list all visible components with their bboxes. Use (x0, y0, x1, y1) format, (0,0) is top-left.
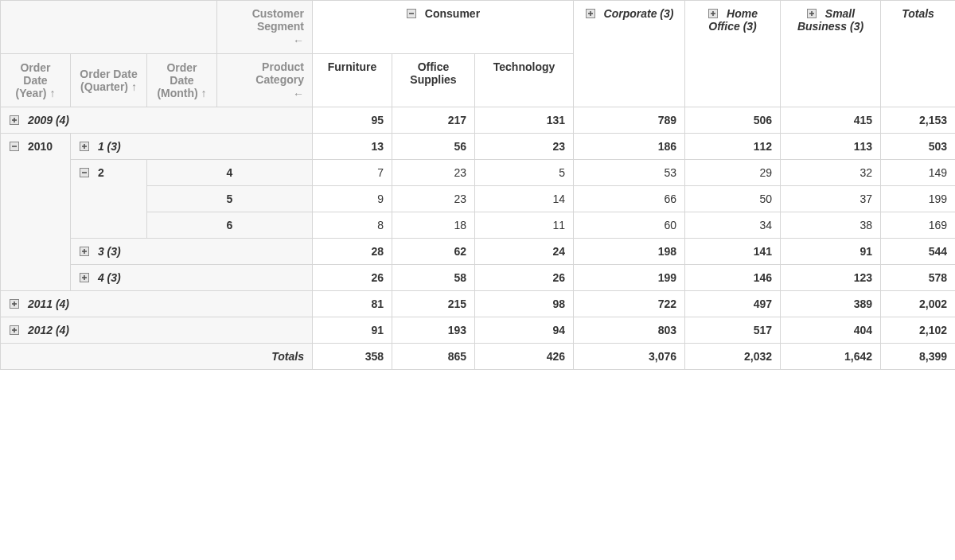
cell: 24 (475, 239, 574, 265)
cell: 578 (881, 265, 955, 291)
cell: 497 (685, 291, 781, 317)
furniture-header[interactable]: Furniture (313, 54, 392, 107)
plus-icon[interactable] (9, 298, 20, 309)
pivot-table: Customer Segment ← Consumer Corporate (3… (0, 0, 955, 370)
home-office-header[interactable]: Home Office (3) (685, 1, 781, 107)
consumer-label: Consumer (425, 7, 480, 20)
plus-icon[interactable] (79, 141, 90, 152)
cell: 29 (685, 160, 781, 186)
small-business-header[interactable]: Small Business (3) (781, 1, 881, 107)
cell: 23 (392, 186, 475, 212)
svg-rect-29 (14, 301, 15, 306)
cell: 506 (685, 107, 781, 134)
cell: 98 (475, 291, 574, 317)
office-supplies-header[interactable]: Office Supplies (392, 54, 475, 107)
quarter-2010-4-cell[interactable]: 4 (3) (71, 265, 313, 291)
cell: 8 (313, 212, 392, 239)
year-2012-cell[interactable]: 2012 (4) (1, 317, 313, 344)
plus-icon[interactable] (585, 8, 596, 19)
cell: 7 (313, 160, 392, 186)
cell: 9 (313, 186, 392, 212)
cell: 3,076 (574, 344, 685, 370)
plus-icon[interactable] (707, 8, 719, 19)
order-date-quarter-header[interactable]: Order Date (Quarter) ↑ (71, 54, 147, 107)
quarter-2010-2-cell[interactable]: 2 (71, 160, 147, 239)
row-2010-q2-m4: 2 4 7 23 5 53 29 32 149 (1, 160, 956, 186)
cell: 56 (392, 134, 475, 160)
corporate-header[interactable]: Corporate (3) (574, 1, 685, 107)
cell: 14 (475, 186, 574, 212)
cell: 865 (392, 344, 475, 370)
row-2011: 2011 (4) 81 215 98 722 497 389 2,002 (1, 291, 956, 317)
cell: 8,399 (881, 344, 955, 370)
month-6-cell[interactable]: 6 (147, 212, 313, 239)
minus-icon[interactable] (79, 167, 90, 178)
cell: 141 (685, 239, 781, 265)
cell: 91 (781, 239, 881, 265)
totals-row-label: Totals (1, 344, 313, 370)
product-category-label: Product Category (255, 60, 304, 86)
cell: 186 (574, 134, 685, 160)
svg-rect-32 (14, 328, 15, 332)
year-2011-cell[interactable]: 2011 (4) (1, 291, 313, 317)
cell: 112 (685, 134, 781, 160)
cell: 5 (475, 160, 574, 186)
cell: 404 (781, 317, 881, 344)
row-2010-q4: 4 (3) 26 58 26 199 146 123 578 (1, 265, 956, 291)
cell: 193 (392, 317, 475, 344)
svg-rect-26 (84, 275, 85, 280)
cell: 389 (781, 291, 881, 317)
cell: 217 (392, 107, 475, 134)
cell: 169 (881, 212, 955, 239)
svg-rect-23 (84, 249, 85, 254)
cell: 198 (574, 239, 685, 265)
minus-icon[interactable] (406, 8, 417, 19)
plus-icon[interactable] (806, 8, 817, 19)
plus-icon[interactable] (79, 246, 90, 257)
order-date-year-header[interactable]: Order Date (Year) ↑ (1, 54, 71, 107)
arrow-left-icon: ← (293, 88, 304, 100)
row-2010-q1: 2010 1 (3) 13 56 23 186 112 113 503 (1, 134, 956, 160)
cell: 26 (475, 265, 574, 291)
cell: 2,153 (881, 107, 955, 134)
quarter-2010-1-cell[interactable]: 1 (3) (71, 134, 313, 160)
month-4-cell[interactable]: 4 (147, 160, 313, 186)
year-2010-cell[interactable]: 2010 (1, 134, 71, 291)
cell: 37 (781, 186, 881, 212)
svg-rect-10 (811, 11, 813, 16)
cell: 426 (475, 344, 574, 370)
totals-col-header: Totals (881, 1, 955, 107)
year-2009-cell[interactable]: 2009 (4) (1, 107, 313, 134)
cell: 123 (781, 265, 881, 291)
plus-icon[interactable] (79, 272, 90, 283)
cell: 34 (685, 212, 781, 239)
cell: 131 (475, 107, 574, 134)
quarter-2010-3-cell[interactable]: 3 (3) (71, 239, 313, 265)
row-totals: Totals 358 865 426 3,076 2,032 1,642 8,3… (1, 344, 956, 370)
customer-segment-header[interactable]: Customer Segment ← (217, 1, 313, 54)
arrow-left-icon: ← (293, 34, 304, 47)
cell: 789 (574, 107, 685, 134)
cell: 60 (574, 212, 685, 239)
consumer-group-header[interactable]: Consumer (313, 1, 574, 54)
row-2012: 2012 (4) 91 193 94 803 517 404 2,102 (1, 317, 956, 344)
cell: 415 (781, 107, 881, 134)
cell: 81 (313, 291, 392, 317)
cell: 32 (781, 160, 881, 186)
minus-icon[interactable] (9, 141, 20, 152)
plus-icon[interactable] (9, 325, 20, 336)
cell: 2,102 (881, 317, 955, 344)
order-date-month-header[interactable]: Order Date (Month) ↑ (147, 54, 217, 107)
cell: 2,032 (685, 344, 781, 370)
cell: 2,002 (881, 291, 955, 317)
product-category-header[interactable]: Product Category ← (217, 54, 313, 107)
cell: 38 (781, 212, 881, 239)
technology-header[interactable]: Technology (475, 54, 574, 107)
svg-rect-1 (409, 13, 414, 14)
cell: 28 (313, 239, 392, 265)
month-5-cell[interactable]: 5 (147, 186, 313, 212)
cell: 26 (313, 265, 392, 291)
row-2010-q3: 3 (3) 28 62 24 198 141 91 544 (1, 239, 956, 265)
cell: 149 (881, 160, 955, 186)
plus-icon[interactable] (9, 115, 20, 126)
